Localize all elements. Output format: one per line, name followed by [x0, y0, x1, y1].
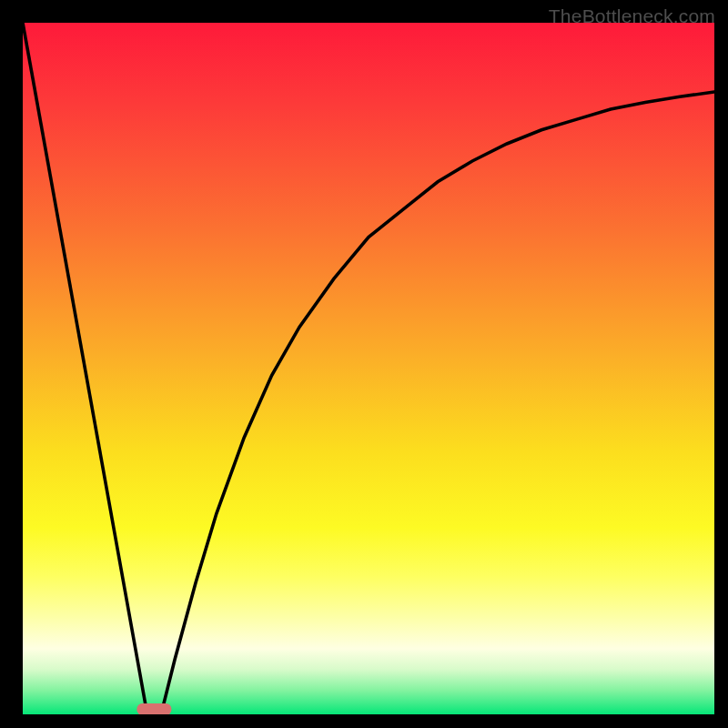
bottom-marker — [136, 703, 171, 714]
chart-svg — [23, 23, 714, 714]
gradient-background — [23, 23, 714, 714]
watermark-text: TheBottleneck.com — [549, 5, 715, 27]
plot-area — [23, 23, 714, 714]
chart-frame: TheBottleneck.com — [0, 0, 728, 728]
